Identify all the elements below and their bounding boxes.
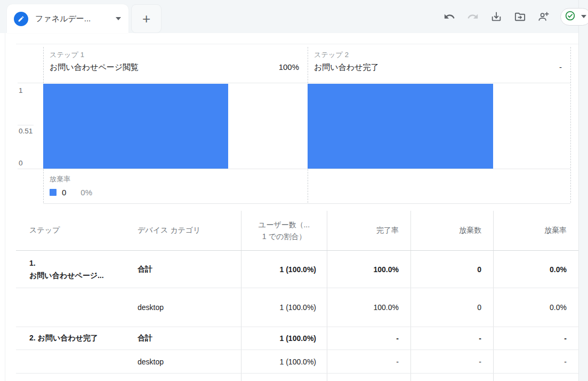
y-axis-tick-1: 1 [19, 86, 23, 94]
abandonment-legend: 放棄率 0 0% [50, 174, 92, 197]
legend-percent: 0% [80, 188, 92, 197]
chart-top-divider [16, 44, 578, 44]
status-button[interactable] [560, 8, 588, 26]
y-axis-tick-051: 0.51 [19, 127, 33, 135]
download-icon[interactable] [490, 10, 503, 23]
table-row-step1-desktop[interactable]: desktop 1 (100.0%) 100.0% 0 0.0% [16, 288, 578, 327]
header-abandonments: 放棄数 [410, 211, 493, 250]
header-step: ステップ [16, 211, 136, 250]
gridline-mid-tick [18, 125, 34, 125]
undo-icon[interactable] [443, 10, 456, 23]
table-row-step2-total[interactable]: 2. お問い合わせ完了 合計 1 (100.0%) - - - [16, 327, 578, 350]
step-1-rate: 100% [279, 62, 299, 72]
step-2-rate: - [559, 62, 562, 72]
funnel-bar-step-2[interactable] [308, 84, 493, 169]
step-2-name: お問い合わせ完了 [314, 62, 378, 73]
new-tab-button[interactable]: + [131, 4, 162, 33]
funnel-step-1-header: ステップ 1 お問い合わせページ閲覧 100% [43, 47, 308, 83]
table-header-row: ステップ デバイス カテゴリ ユーザー数（... 1 での割合） 完了率 放棄数… [16, 211, 578, 251]
plus-icon: + [142, 11, 150, 27]
chart-bottom-divider [43, 203, 570, 204]
legend-swatch [50, 189, 57, 196]
gridline-bottom [18, 169, 570, 169]
left-panel-edge [5, 33, 5, 381]
redo-icon[interactable] [466, 10, 479, 23]
breakdown-table: ステップ デバイス カテゴリ ユーザー数（... 1 での割合） 完了率 放棄数… [16, 211, 578, 381]
toolbar [443, 0, 588, 33]
legend-count: 0 [62, 188, 66, 197]
funnel-bar-step-1[interactable] [43, 84, 228, 169]
header-completion-rate: 完了率 [327, 211, 410, 250]
edit-pencil-icon [14, 12, 28, 26]
header-users: ユーザー数（... 1 での割合） [241, 211, 327, 250]
funnel-step-2-header: ステップ 2 お問い合わせ完了 - [308, 47, 570, 83]
table-row-step1-total[interactable]: 1. お問い合わせページ... 合計 1 (100.0%) 100.0% 0 0… [16, 251, 578, 288]
right-panel-edge [578, 0, 588, 381]
step-divider-dashed [570, 47, 571, 203]
check-circle-icon [565, 10, 576, 23]
chevron-down-icon[interactable] [116, 17, 121, 20]
step-1-label: ステップ 1 [50, 50, 299, 60]
step-1-name: お問い合わせページ閲覧 [50, 62, 139, 73]
add-people-icon[interactable] [537, 10, 550, 23]
legend-title: 放棄率 [50, 174, 92, 184]
y-axis-tick-0: 0 [19, 159, 23, 167]
header-abandonment-rate: 放棄率 [493, 211, 578, 250]
table-row-step2-desktop[interactable]: desktop 1 (100.0%) - - - [16, 350, 578, 374]
tab-funnel-exploration[interactable]: ファネルデー... [7, 4, 128, 33]
tab-label: ファネルデー... [35, 14, 111, 24]
header-device-category: デバイス カテゴリ [136, 211, 241, 250]
export-icon[interactable] [513, 10, 526, 23]
table-row-clipped [16, 374, 578, 381]
ga4-funnel-exploration: ファネルデー... + [0, 0, 588, 381]
step-2-label: ステップ 2 [314, 50, 562, 60]
chevron-down-icon[interactable] [581, 15, 586, 18]
